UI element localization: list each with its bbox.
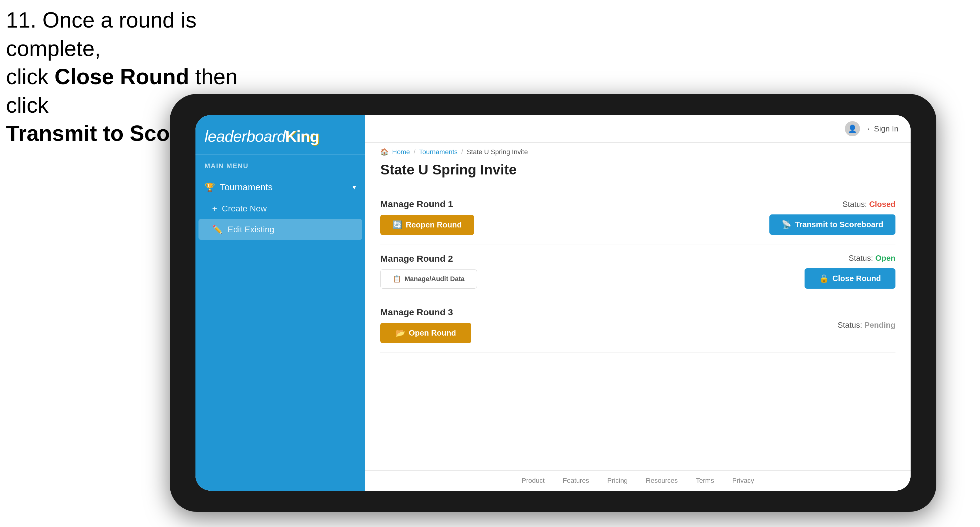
sidebar-nav: 🏆 Tournaments ▾ + Create New ✏️ Edit Exi… [196,173,365,243]
top-bar: 👤 → Sign In [365,115,911,143]
sign-in-label: → [863,124,871,133]
round-3-status-label: Status: [838,321,862,330]
plus-icon: + [212,204,217,214]
page-content: State U Spring Invite Manage Round 1 🔄 R… [365,159,911,470]
logo-area: leaderboardKing [196,115,365,155]
round-1-title: Manage Round 1 [380,199,474,209]
sidebar-item-create-new[interactable]: + Create New [196,198,365,219]
close-round-button[interactable]: 🔒 Close Round [805,268,896,289]
round-2-status: Status: Open [848,254,896,263]
edit-icon: ✏️ [212,224,223,235]
transmit-to-scoreboard-button[interactable]: 📡 Transmit to Scoreboard [769,214,896,235]
footer-features[interactable]: Features [563,477,589,484]
tablet-screen: leaderboardKing MAIN MENU 🏆 Tournaments … [196,115,911,490]
audit-icon: 📋 [393,275,401,283]
logo-leaderboard: leaderboard [205,127,285,145]
round-2-right: Status: Open 🔒 Close Round [805,254,896,289]
trophy-icon: 🏆 [205,183,215,192]
reopen-icon: 🔄 [393,220,402,230]
chevron-down-icon: ▾ [352,183,356,191]
reopen-round-button[interactable]: 🔄 Reopen Round [380,215,474,235]
round-3-section: Manage Round 3 📂 Open Round Status: Pend… [380,298,896,352]
manage-audit-button[interactable]: 📋 Manage/Audit Data [380,269,477,289]
logo: leaderboardKing [205,127,356,145]
breadcrumb-sep1: / [414,148,415,156]
round-2-status-value: Open [875,254,896,263]
open-round-label: Open Round [409,328,456,338]
app-container: leaderboardKing MAIN MENU 🏆 Tournaments … [196,115,911,490]
reopen-round-label: Reopen Round [406,220,462,230]
sidebar-item-edit-existing[interactable]: ✏️ Edit Existing [199,219,362,240]
footer-privacy[interactable]: Privacy [732,477,754,484]
instruction-bold1: Close Round [54,65,189,89]
sidebar-create-new-label: Create New [222,204,267,214]
open-round-button[interactable]: 📂 Open Round [380,323,471,343]
sidebar: leaderboardKing MAIN MENU 🏆 Tournaments … [196,115,365,490]
transmit-icon: 📡 [781,220,791,229]
main-menu-label: MAIN MENU [196,155,365,173]
breadcrumb-sep2: / [461,148,463,156]
lock-icon: 🔒 [819,274,829,283]
breadcrumb-tournaments[interactable]: Tournaments [419,148,458,156]
breadcrumb: 🏠 Home / Tournaments / State U Spring In… [365,143,911,159]
footer-pricing[interactable]: Pricing [607,477,628,484]
round-2-title: Manage Round 2 [380,254,477,264]
avatar-icon: 👤 [845,121,860,136]
round-1-status-label: Status: [842,200,867,209]
sidebar-edit-existing-label: Edit Existing [228,225,274,235]
round-3-right: Status: Pending [838,321,896,330]
footer-resources[interactable]: Resources [646,477,678,484]
manage-audit-label: Manage/Audit Data [404,275,465,283]
transmit-label: Transmit to Scoreboard [795,220,883,229]
tablet-frame: leaderboardKing MAIN MENU 🏆 Tournaments … [170,94,936,512]
home-icon: 🏠 [380,148,388,156]
round-3-status: Status: Pending [838,321,896,330]
round-3-status-value: Pending [864,321,896,330]
sidebar-item-tournaments[interactable]: 🏆 Tournaments ▾ [196,176,365,198]
instruction-line1: 11. Once a round is complete, [6,8,196,60]
round-2-section: Manage Round 2 📋 Manage/Audit Data Statu… [380,244,896,298]
round-3-title: Manage Round 3 [380,307,471,317]
instruction-line2: click [6,65,54,89]
round-1-section: Manage Round 1 🔄 Reopen Round Status: Cl… [380,190,896,244]
sidebar-tournaments-label: Tournaments [220,182,272,192]
close-round-label: Close Round [832,274,881,283]
round-2-status-label: Status: [848,254,873,263]
page-title: State U Spring Invite [380,162,896,178]
sign-in-button[interactable]: 👤 → Sign In [845,121,899,136]
footer-product[interactable]: Product [522,477,544,484]
open-icon: 📂 [395,328,405,338]
main-content: 👤 → Sign In 🏠 Home / Tournaments / State… [365,115,911,490]
round-2-left: Manage Round 2 📋 Manage/Audit Data [380,254,477,289]
sidebar-sub-nav: + Create New ✏️ Edit Existing [196,198,365,240]
app-footer: Product Features Pricing Resources Terms… [365,470,911,490]
round-1-status-value: Closed [869,200,896,209]
logo-king: King [285,127,320,145]
round-1-right: Status: Closed 📡 Transmit to Scoreboard [769,200,896,235]
breadcrumb-home[interactable]: Home [392,148,410,156]
round-1-left: Manage Round 1 🔄 Reopen Round [380,199,474,235]
breadcrumb-current: State U Spring Invite [467,148,528,156]
sign-in-text: Sign In [874,124,899,133]
round-3-left: Manage Round 3 📂 Open Round [380,307,471,343]
footer-terms[interactable]: Terms [696,477,714,484]
round-1-status: Status: Closed [842,200,896,209]
